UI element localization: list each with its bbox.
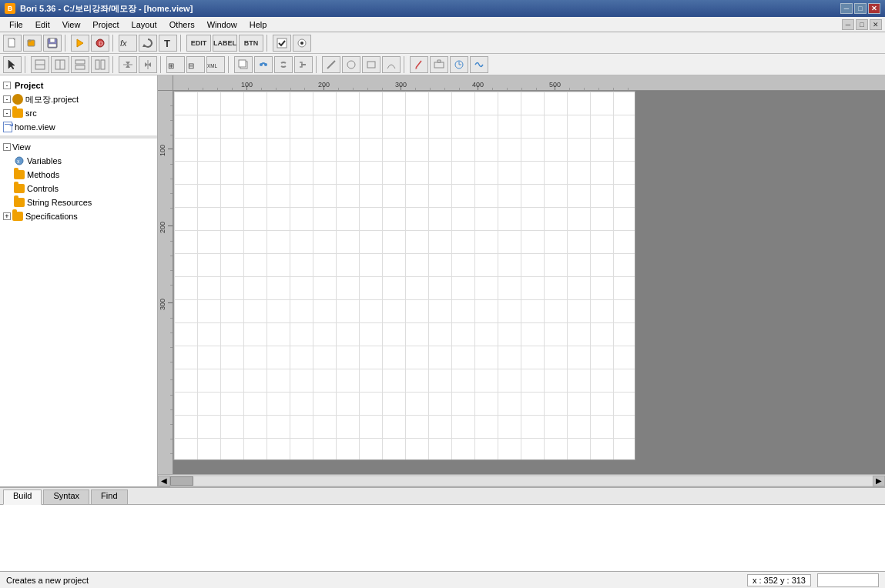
tab-syntax[interactable]: Syntax [43, 489, 89, 504]
ruler-tick-v-200 [168, 226, 173, 226]
menu-others[interactable]: Others [163, 18, 201, 31]
tree-item-string-resources[interactable]: String Resources [0, 195, 157, 209]
radio-button-tool[interactable] [293, 35, 311, 52]
tree-item-specifications[interactable]: + Specifications [0, 209, 157, 223]
tree-item-memo-project[interactable]: - 메모장.project [0, 92, 157, 106]
h-scrollbar[interactable]: ◀ ▶ [158, 474, 885, 486]
zoom-in-btn[interactable]: ⊞ [166, 56, 185, 73]
pen-btn[interactable] [410, 56, 428, 73]
link-btn-3[interactable] [294, 56, 313, 73]
tree-item-methods[interactable]: Methods [0, 168, 157, 182]
expand-specifications[interactable]: + [3, 212, 11, 220]
new-button[interactable] [3, 35, 22, 52]
run-button[interactable] [71, 35, 89, 52]
status-message: Creates a new project [6, 576, 89, 585]
tool-btn-1[interactable] [430, 56, 448, 73]
btn-label: BTN [243, 39, 260, 47]
tree-item-controls[interactable]: Controls [0, 182, 157, 195]
toolbar2-sep-2 [112, 56, 116, 73]
tool-btn-3[interactable] [470, 56, 488, 73]
layout-btn-1[interactable] [31, 56, 49, 73]
tool-btn-2[interactable] [450, 56, 468, 73]
link-btn-1[interactable] [254, 56, 273, 73]
variables-icon: x [14, 155, 25, 166]
methods-label: Methods [27, 170, 59, 179]
menu-layout[interactable]: Layout [126, 18, 163, 31]
copy-btn[interactable] [234, 56, 253, 73]
main-area: - Project - 메모장.project - src home.view … [0, 75, 885, 486]
tree-item-view[interactable]: - View [0, 140, 157, 154]
design-canvas[interactable] [173, 91, 635, 460]
svg-marker-29 [148, 62, 151, 67]
ruler-label-300: 300 [395, 81, 407, 89]
inner-min-button[interactable]: ─ [842, 19, 854, 30]
svg-marker-28 [145, 62, 148, 67]
layout-btn-2[interactable] [51, 56, 69, 73]
menu-help[interactable]: Help [243, 18, 273, 31]
string-resources-label: String Resources [27, 198, 92, 207]
toolbar2-sep-6 [404, 56, 407, 73]
formula-button[interactable]: fx [119, 35, 137, 52]
tab-build[interactable]: Build [3, 489, 42, 505]
layout-btn-3[interactable] [71, 56, 89, 73]
debug-button[interactable]: D [91, 35, 109, 52]
pointer-tool[interactable] [3, 56, 22, 73]
line-btn[interactable] [322, 56, 340, 73]
toolbar2-sep-3 [160, 56, 163, 73]
expand-memo[interactable]: - [3, 95, 11, 103]
scroll-track[interactable] [170, 476, 873, 486]
tab-find[interactable]: Find [91, 489, 127, 504]
svg-rect-12 [277, 38, 287, 48]
svg-text:⊟: ⊟ [188, 62, 194, 70]
link-btn-2[interactable] [274, 56, 293, 73]
menu-file[interactable]: File [3, 18, 29, 31]
svg-marker-26 [126, 65, 130, 68]
save-button[interactable] [43, 35, 62, 52]
grid-btn[interactable]: XML [206, 56, 225, 73]
tree-item-project[interactable]: - Project [0, 79, 157, 92]
svg-rect-21 [75, 65, 85, 69]
tree-item-variables[interactable]: x Variables [0, 154, 157, 168]
project-icon [12, 94, 23, 105]
ruler-label-v-100: 100 [159, 145, 166, 156]
bottom-panel: Build Syntax Find [0, 486, 885, 571]
text-button[interactable]: T [159, 35, 177, 52]
svg-text:fx: fx [120, 38, 127, 48]
menu-project[interactable]: Project [86, 18, 125, 31]
canvas-wrapper[interactable]: 100 200 300 400 500 [158, 75, 885, 486]
align-btn-1[interactable] [119, 56, 137, 73]
layout-btn-4[interactable] [91, 56, 109, 73]
menu-window[interactable]: Window [201, 18, 243, 31]
inner-max-button[interactable]: □ [856, 19, 868, 30]
refresh-button[interactable] [139, 35, 157, 52]
open-button[interactable] [23, 35, 42, 52]
inner-close-button[interactable]: ✕ [870, 19, 882, 30]
btn-mode-button[interactable]: BTN [239, 35, 263, 52]
minimize-button[interactable]: ─ [840, 3, 853, 14]
arc-btn[interactable] [382, 56, 401, 73]
scroll-thumb[interactable] [170, 476, 193, 486]
tree-item-home-view[interactable]: home.view [0, 120, 157, 134]
expand-src[interactable]: - [3, 109, 11, 117]
tree-item-src[interactable]: - src [0, 106, 157, 120]
rect-btn[interactable] [362, 56, 380, 73]
svg-point-14 [300, 42, 303, 45]
ruler-label-100: 100 [241, 81, 253, 89]
svg-text:x: x [17, 159, 20, 164]
scroll-left-btn[interactable]: ◀ [158, 476, 170, 486]
edit-mode-button[interactable]: EDIT [186, 35, 211, 52]
align-btn-2[interactable] [139, 56, 157, 73]
expand-view[interactable]: - [3, 143, 11, 151]
close-button[interactable]: ✕ [868, 3, 880, 14]
expand-project[interactable]: - [3, 82, 11, 89]
ruler-corner [158, 75, 173, 91]
circle-btn[interactable] [342, 56, 360, 73]
label-mode-button[interactable]: LABEL [213, 35, 237, 52]
toolbar2-sep-1 [25, 56, 28, 73]
scroll-right-btn[interactable]: ▶ [873, 476, 885, 486]
zoom-out-btn[interactable]: ⊟ [186, 56, 205, 73]
checkbox-button[interactable] [273, 35, 291, 52]
menu-view[interactable]: View [56, 18, 87, 31]
menu-edit[interactable]: Edit [29, 18, 56, 31]
maximize-button[interactable]: □ [854, 3, 867, 14]
